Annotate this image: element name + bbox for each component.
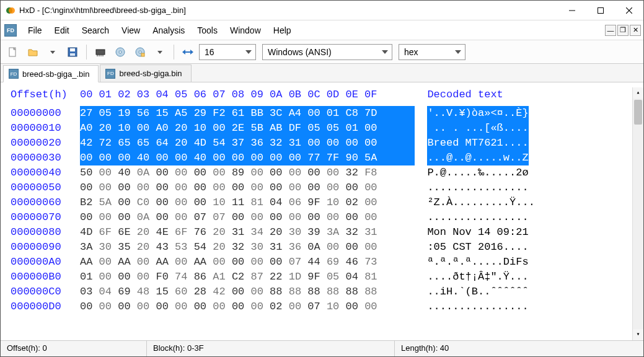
svg-marker-28 [455, 50, 461, 54]
hex-row[interactable]: 0000000027 05 19 56 15 A5 29 F2 61 BB 3C… [11, 106, 632, 121]
encoding-value: Windows (ANSI) [268, 47, 332, 57]
menu-window[interactable]: Window [224, 23, 267, 38]
hex-row[interactable]: 00000060B2 5A 00 C0 00 00 00 10 11 81 04… [11, 195, 632, 210]
menu-search[interactable]: Search [76, 23, 115, 38]
minimize-button[interactable] [558, 1, 586, 20]
columns-value: 16 [205, 47, 214, 57]
svg-rect-11 [70, 53, 75, 56]
hex-row[interactable]: 00000010A0 20 10 00 A0 20 10 00 2E 5B AB… [11, 121, 632, 136]
tab-label: breed-sb-giga_.bin [22, 69, 89, 79]
svg-marker-22 [157, 51, 162, 54]
hex-header: Offset(h)00 01 02 03 04 05 06 07 08 09 0… [11, 87, 632, 102]
tab-bar: FD breed-sb-giga_.bin FD breed-sb-giga.b… [1, 64, 643, 82]
hex-row[interactable]: 0000005000 00 00 00 00 00 00 00 00 00 00… [11, 180, 632, 195]
svg-rect-21 [141, 53, 144, 56]
svg-marker-24 [190, 50, 193, 55]
hex-row[interactable]: 0000007000 00 00 0A 00 00 07 07 00 00 00… [11, 210, 632, 225]
hex-row[interactable]: 000000804D 6F 6E 20 4E 6F 76 20 31 34 20… [11, 225, 632, 240]
chevron-down-icon [381, 48, 389, 56]
menu-bar: FD File Edit Search View Analysis Tools … [1, 20, 643, 40]
app-icon [6, 6, 15, 15]
close-button[interactable] [615, 1, 643, 20]
menu-help[interactable]: Help [267, 23, 298, 38]
toolbar: 16 Windows (ANSI) hex [1, 40, 643, 64]
svg-point-18 [119, 51, 121, 53]
menu-tools[interactable]: Tools [191, 23, 224, 38]
maximize-button[interactable] [586, 1, 615, 20]
base-dropdown[interactable]: hex [399, 44, 465, 60]
new-file-button[interactable] [4, 43, 22, 61]
columns-dropdown[interactable]: 16 [199, 44, 256, 60]
disk-dropdown-button[interactable] [151, 43, 169, 61]
hex-row[interactable]: 0000002042 72 65 65 64 20 4D 54 37 36 32… [11, 136, 632, 151]
mdi-icon: FD [4, 24, 17, 37]
status-bar: Offset(h): 0 Block(h): 0-3F Length(h): 4… [1, 340, 643, 356]
disk-button[interactable] [112, 43, 129, 61]
scroll-up-button[interactable]: ▴ [633, 87, 643, 99]
status-length: Length(h): 40 [395, 341, 643, 356]
resize-arrows-icon [179, 43, 196, 61]
hex-row[interactable]: 000000D000 00 00 00 00 00 00 00 00 00 02… [11, 299, 632, 314]
base-value: hex [404, 47, 418, 57]
svg-rect-12 [96, 50, 105, 55]
menu-edit[interactable]: Edit [48, 23, 76, 38]
save-button[interactable] [64, 43, 81, 61]
svg-marker-26 [245, 50, 252, 54]
mdi-minimize-button[interactable]: — [605, 25, 616, 36]
title-bar: HxD - [C:\nginx\html\breed\breed-sb-giga… [1, 1, 643, 20]
open-dropdown-button[interactable] [44, 43, 61, 61]
svg-rect-3 [598, 7, 604, 13]
hex-row[interactable]: 000000B001 00 00 00 F0 74 86 A1 C2 87 22… [11, 270, 632, 284]
toolbar-separator [86, 45, 87, 60]
svg-point-1 [9, 7, 15, 14]
toolbar-separator [174, 45, 174, 60]
tab-label: breed-sb-giga.bin [119, 69, 182, 78]
tab-file-1[interactable]: FD breed-sb-giga_.bin [3, 65, 99, 82]
mdi-close-button[interactable]: ✕ [630, 25, 641, 36]
menu-analysis[interactable]: Analysis [146, 23, 191, 38]
mdi-restore-button[interactable]: ❐ [617, 25, 629, 36]
hex-row[interactable]: 000000A0AA 00 AA 00 AA 00 AA 00 00 00 00… [11, 255, 632, 270]
file-icon: FD [9, 69, 19, 79]
window-title: HxD - [C:\nginx\html\breed\breed-sb-giga… [19, 6, 186, 15]
svg-marker-27 [382, 50, 388, 54]
hex-row[interactable]: 0000004050 00 40 0A 00 00 00 00 89 00 00… [11, 165, 632, 180]
svg-marker-23 [182, 50, 185, 55]
encoding-dropdown[interactable]: Windows (ANSI) [262, 44, 392, 60]
menu-file[interactable]: File [22, 23, 48, 38]
hex-row[interactable]: 000000C003 04 69 48 15 60 28 42 00 00 88… [11, 284, 632, 299]
open-file-button[interactable] [24, 43, 42, 61]
hex-row[interactable]: 000000903A 30 35 20 43 53 54 20 32 30 31… [11, 240, 632, 255]
file-icon: FD [105, 69, 115, 79]
tab-file-2[interactable]: FD breed-sb-giga.bin [100, 64, 191, 82]
chevron-down-icon [244, 48, 253, 56]
scroll-thumb[interactable] [634, 100, 642, 125]
status-offset: Offset(h): 0 [1, 341, 147, 356]
ram-button[interactable] [92, 43, 109, 61]
hex-editor[interactable]: Offset(h)00 01 02 03 04 05 06 07 08 09 0… [1, 82, 643, 340]
vertical-scrollbar[interactable]: ▴ ▾ [632, 87, 643, 340]
svg-marker-8 [50, 51, 55, 54]
hex-row[interactable]: 0000003000 00 00 40 00 00 40 00 00 00 00… [11, 151, 632, 165]
status-block: Block(h): 0-3F [147, 341, 395, 356]
chevron-down-icon [454, 48, 462, 56]
scroll-down-button[interactable]: ▾ [633, 329, 643, 340]
svg-rect-10 [70, 48, 75, 51]
menu-view[interactable]: View [115, 23, 146, 38]
disk2-button[interactable] [131, 43, 149, 61]
svg-point-20 [139, 51, 141, 53]
